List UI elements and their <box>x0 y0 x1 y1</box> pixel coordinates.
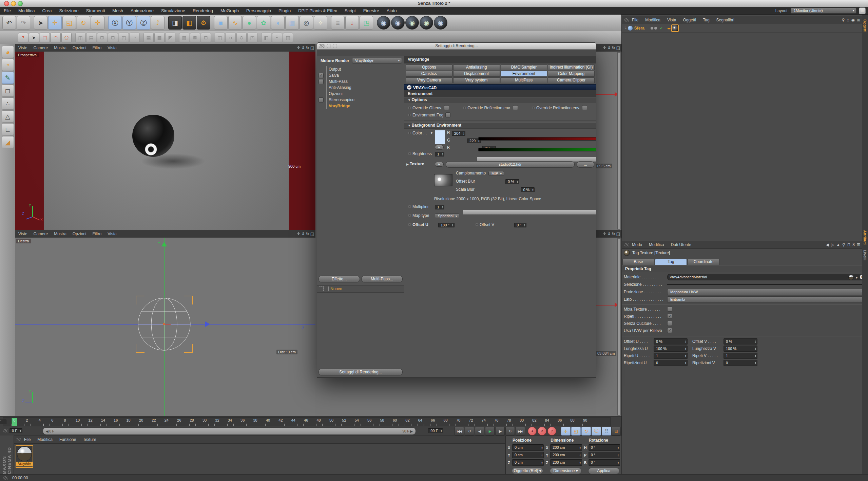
help-button[interactable]: ? <box>18 33 28 43</box>
settings-tree-item-multi-pass[interactable]: Multi-Pass <box>317 78 404 85</box>
vray-tool-5-button[interactable]: ◉ <box>434 16 447 30</box>
modeling-tool-10-button[interactable]: ▨ <box>179 33 189 43</box>
vp2-menu-camere[interactable]: Camere <box>30 230 51 238</box>
expand-icon[interactable]: ▶ <box>406 163 409 166</box>
menu-file[interactable]: File <box>0 7 15 14</box>
rotazione-p-field[interactable]: 0 °▲▼ <box>589 452 620 458</box>
vray-tool-4-button[interactable]: ◉ <box>420 16 433 30</box>
add-modeling-button[interactable]: ✿ <box>257 16 270 30</box>
lunghezza-v-field[interactable]: 100 %▲▼ <box>724 346 757 352</box>
add-floor-button[interactable]: ▦ <box>285 16 299 30</box>
vray-tab-vray-system[interactable]: Vray system <box>453 77 500 83</box>
render-settings-tool-button[interactable]: ⚙ <box>197 16 210 30</box>
dialog-titlebar[interactable]: Settaggi di Rendering... <box>317 43 596 50</box>
stepper-icon[interactable]: ▲▼ <box>541 454 543 457</box>
campionamento-select[interactable]: MIP▼ <box>488 171 504 176</box>
link-icon[interactable]: 8 <box>852 242 855 247</box>
attribute-tab-base[interactable]: Base <box>622 259 654 265</box>
color-swatch[interactable] <box>435 130 445 144</box>
brightness-field[interactable]: 1▲▼ <box>435 152 444 156</box>
viewport-perspective-canvas[interactable]: Prospettiva 900 cm Y X Z <box>15 52 315 230</box>
vp1-menu-mostra[interactable]: Mostra <box>51 44 70 52</box>
key-position-button[interactable]: ✛ <box>561 427 571 436</box>
select-live-button[interactable]: ➤ <box>29 33 39 43</box>
stepper-icon[interactable]: ▲▼ <box>524 224 525 226</box>
applica-button[interactable]: Applica <box>588 468 619 474</box>
object-row[interactable]: └ Sfera ✓ ●● <box>622 24 868 33</box>
zoom-icon[interactable]: ⇕ <box>607 45 611 50</box>
mat-menu-texture[interactable]: Texture <box>79 436 99 443</box>
senza-cuciture-checkbox[interactable] <box>667 321 672 326</box>
stepper-icon[interactable]: ▲▼ <box>20 429 21 432</box>
drag-handle-icon[interactable] <box>3 429 7 432</box>
dimensione-button[interactable]: Dimensione ▾ <box>550 468 581 474</box>
vray-tab-options[interactable]: Options <box>406 64 452 70</box>
stepper-icon[interactable]: ▲▼ <box>685 354 687 357</box>
select-polygon-button[interactable]: ⬠ <box>61 33 72 43</box>
modeling-tool-8-button[interactable]: ▩ <box>154 33 165 43</box>
layout-manager-button[interactable]: ⊞ <box>859 7 866 14</box>
modeling-tool-15-button[interactable]: ⊙ <box>236 33 247 43</box>
vp1-menu-filtro[interactable]: Filtro <box>90 44 105 52</box>
stepper-icon[interactable]: ▲▼ <box>579 461 581 464</box>
viewport-right-canvas[interactable]: Destra Y Z Dist : 0 cm Y Z <box>15 238 315 416</box>
goto-start-button[interactable]: |◀◀ <box>455 427 464 436</box>
r-value-field[interactable]: 204▲▼ <box>452 131 465 136</box>
stepper-icon[interactable]: ▲▼ <box>755 362 756 364</box>
vray-tab-multipass[interactable]: MultiPass <box>501 77 547 83</box>
ripeti-v-field[interactable]: 1▲▼ <box>724 353 757 359</box>
lock-x-button[interactable]: Ⓧ <box>108 16 122 30</box>
stepper-icon[interactable]: ▲▼ <box>452 224 454 226</box>
offset-v-field[interactable]: 0 °▲▼ <box>514 223 526 227</box>
ripeti-checkbox[interactable] <box>667 314 672 319</box>
enabled-check-icon[interactable]: ✓ <box>660 26 663 31</box>
stepper-icon[interactable]: ▲▼ <box>579 454 581 457</box>
multiplier-field[interactable]: 1▲▼ <box>435 205 444 209</box>
lock-y-button[interactable]: Ⓨ <box>122 16 136 30</box>
offset-v-field[interactable]: 0 %▲▼ <box>724 338 757 345</box>
mat-menu-modifica[interactable]: Modifica <box>34 436 56 443</box>
stepper-icon[interactable]: ▲▼ <box>442 206 443 208</box>
attribute-selezione-field[interactable] <box>667 284 866 285</box>
play-reverse-button[interactable]: ↺ <box>465 427 474 436</box>
tree-checkbox[interactable] <box>319 79 324 84</box>
offset-u-field[interactable]: 0 %▲▼ <box>654 338 688 345</box>
apply-material-button[interactable]: ↓ <box>345 16 359 30</box>
modeling-tool-14-button[interactable]: ⠿ <box>226 33 236 43</box>
posizione-y-field[interactable]: 0 cm▲▼ <box>512 452 544 458</box>
menu-selezione[interactable]: Selezione <box>56 7 82 14</box>
modeling-tool-12-button[interactable]: ⊡ <box>201 33 211 43</box>
pan-icon[interactable]: ✛ <box>297 232 300 236</box>
stepper-icon[interactable]: ▲▼ <box>685 347 687 350</box>
key-parameter-button[interactable]: Ⓟ <box>592 427 601 436</box>
texture-tag-icon[interactable] <box>671 24 679 32</box>
menu-simulazione[interactable]: Simulazione <box>157 7 189 14</box>
pan-icon[interactable]: ✛ <box>297 45 300 50</box>
toggle-view-icon[interactable]: ◱ <box>616 45 620 50</box>
vp1-menu-vista[interactable]: Vista <box>104 44 119 52</box>
close-window-button[interactable] <box>4 1 9 6</box>
rotate-view-icon[interactable]: ↻ <box>306 45 309 50</box>
stepper-icon[interactable]: ▲▼ <box>442 153 443 155</box>
usa-uvw-per-rilievo-checkbox[interactable] <box>667 328 672 333</box>
menu-finestre[interactable]: Finestre <box>360 7 383 14</box>
om-menu-oggetti[interactable]: Oggetti <box>680 16 700 24</box>
offset-blur-field[interactable]: 0 %▲▼ <box>505 179 519 184</box>
stepper-icon[interactable]: ▲▼ <box>685 340 687 343</box>
key-scale-button[interactable]: ◱ <box>571 427 581 436</box>
goto-end-button[interactable]: ▶▶| <box>516 427 525 436</box>
object-name[interactable]: Sfera <box>634 26 644 31</box>
effetto-button[interactable]: Effetto... <box>319 276 360 282</box>
visibility-dots[interactable] <box>651 27 657 30</box>
stepper-icon[interactable]: ▲▼ <box>617 446 619 449</box>
modeling-tool-13-button[interactable]: ◫ <box>215 33 225 43</box>
am-menu-modo[interactable]: Modo <box>629 241 645 248</box>
tab-attributi[interactable]: Attributi <box>862 227 868 247</box>
rotazione-h-field[interactable]: 0 °▲▼ <box>589 444 620 451</box>
zoom-icon[interactable]: ⇕ <box>607 232 611 236</box>
viewport-bottom-sliver[interactable]: 03.084 cm <box>596 238 621 416</box>
move-button[interactable]: ✛ <box>48 16 62 30</box>
add-camera-button[interactable]: ◎ <box>300 16 313 30</box>
modeling-tool-7-button[interactable]: ▦ <box>143 33 154 43</box>
object-axis-mode-button[interactable]: △ <box>2 110 14 123</box>
